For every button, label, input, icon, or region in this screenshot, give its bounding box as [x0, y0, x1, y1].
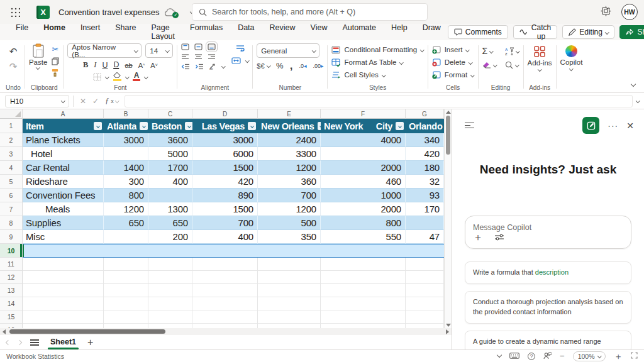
italic-button[interactable]: I: [94, 60, 96, 70]
column-header-g[interactable]: G: [406, 109, 444, 119]
formula-bar-expand-icon[interactable]: [636, 99, 640, 102]
empty-cell[interactable]: [258, 297, 321, 310]
table-header-cell[interactable]: Orlando: [406, 119, 444, 133]
app-launcher-icon[interactable]: [10, 7, 20, 17]
align-left-button[interactable]: [181, 53, 189, 60]
undo-button[interactable]: ↶: [9, 46, 18, 57]
value-cell[interactable]: 700: [192, 216, 258, 230]
row-header-4[interactable]: 4: [0, 161, 23, 175]
value-cell[interactable]: 2000: [321, 161, 406, 175]
value-cell[interactable]: 890: [192, 189, 258, 202]
row-header-14[interactable]: 14: [0, 297, 23, 310]
search-bar[interactable]: Search for tools, help, and more (Alt + …: [192, 3, 428, 21]
formula-input[interactable]: [125, 95, 632, 107]
value-cell[interactable]: 800: [104, 189, 148, 202]
empty-cell[interactable]: [148, 258, 192, 271]
find-button[interactable]: [505, 61, 519, 69]
row-header-15[interactable]: 15: [0, 310, 23, 324]
value-cell[interactable]: 1700: [148, 161, 192, 175]
empty-cell[interactable]: [258, 258, 321, 271]
font-size-select[interactable]: 14: [145, 43, 173, 58]
suggestion-card[interactable]: A guide to create a dynamic named range: [465, 331, 631, 349]
empty-cell[interactable]: [258, 271, 321, 284]
copilot-button[interactable]: Copilot: [560, 43, 583, 70]
cancel-entry-icon[interactable]: ✕: [80, 97, 86, 106]
font-color-dropdown-icon[interactable]: [144, 75, 148, 79]
empty-cell[interactable]: [23, 324, 104, 328]
value-cell[interactable]: 800: [321, 216, 406, 230]
value-cell[interactable]: 47: [406, 230, 444, 244]
empty-cell[interactable]: [104, 284, 148, 297]
value-cell[interactable]: 1400: [104, 161, 148, 175]
empty-cell[interactable]: [321, 271, 406, 284]
empty-cell[interactable]: [23, 297, 104, 310]
panel-close-icon[interactable]: ✕: [626, 121, 634, 131]
value-cell[interactable]: 550: [321, 230, 406, 244]
borders-dropdown-icon[interactable]: [105, 75, 109, 79]
filter-dropdown-icon[interactable]: [94, 122, 102, 130]
percent-format-button[interactable]: %: [276, 61, 284, 70]
align-center-button[interactable]: [194, 53, 203, 60]
vertical-scroll-thumb[interactable]: [446, 116, 450, 155]
empty-cell[interactable]: [23, 310, 104, 324]
account-avatar[interactable]: HW: [621, 4, 638, 20]
empty-cell[interactable]: [104, 244, 148, 258]
value-cell[interactable]: 5000: [148, 147, 192, 161]
empty-cell[interactable]: [406, 324, 444, 328]
addins-button[interactable]: Add-ins: [528, 43, 552, 71]
empty-cell[interactable]: [23, 244, 104, 258]
new-chat-button[interactable]: [582, 117, 599, 134]
table-header-cell[interactable]: Item: [23, 119, 104, 133]
table-header-cell[interactable]: Las Vegas: [192, 119, 258, 133]
row-header-8[interactable]: 8: [0, 216, 23, 230]
vertical-scrollbar[interactable]: [444, 109, 452, 328]
empty-cell[interactable]: [258, 244, 321, 258]
format-cells-button[interactable]: Format: [432, 69, 474, 81]
value-cell[interactable]: 1300: [148, 202, 192, 216]
value-cell[interactable]: 420: [406, 147, 444, 161]
value-cell[interactable]: 1500: [192, 161, 258, 175]
column-header-f[interactable]: F: [321, 109, 406, 119]
empty-cell[interactable]: [406, 310, 444, 324]
value-cell[interactable]: 300: [104, 175, 148, 189]
bottom-align-button[interactable]: [208, 43, 216, 50]
empty-cell[interactable]: [148, 244, 192, 258]
fullscreen-icon[interactable]: [631, 352, 638, 360]
horizontal-scrollbar[interactable]: [0, 328, 452, 335]
value-cell[interactable]: 3600: [148, 133, 192, 147]
item-cell[interactable]: Meals: [23, 202, 104, 216]
horizontal-scroll-thumb[interactable]: [9, 329, 165, 334]
value-cell[interactable]: 460: [321, 175, 406, 189]
value-cell[interactable]: 1500: [192, 202, 258, 216]
currency-dropdown-icon[interactable]: [267, 63, 270, 67]
zoom-level-select[interactable]: 100%: [573, 351, 606, 361]
decrease-font-button[interactable]: A˅: [150, 62, 157, 69]
value-cell[interactable]: 1200: [258, 161, 321, 175]
filter-dropdown-icon[interactable]: [396, 122, 404, 130]
comments-button[interactable]: Comments: [448, 25, 508, 39]
value-cell[interactable]: 1000: [321, 189, 406, 202]
suggestion-card[interactable]: Write a formula that description: [465, 261, 631, 284]
empty-cell[interactable]: [321, 258, 406, 271]
empty-cell[interactable]: [192, 258, 258, 271]
font-name-select[interactable]: Aptos Narrow (B...: [67, 43, 142, 58]
empty-cell[interactable]: [23, 258, 104, 271]
value-cell[interactable]: 3300: [258, 147, 321, 161]
value-cell[interactable]: 4000: [321, 133, 406, 147]
value-cell[interactable]: [148, 189, 192, 202]
table-header-cell[interactable]: New Orleans: [258, 119, 321, 133]
empty-cell[interactable]: [104, 324, 148, 328]
row-header-11[interactable]: 11: [0, 258, 23, 271]
value-cell[interactable]: 170: [406, 202, 444, 216]
value-cell[interactable]: 1200: [104, 202, 148, 216]
empty-cell[interactable]: [258, 324, 321, 328]
chat-history-icon[interactable]: [465, 123, 474, 128]
value-cell[interactable]: 350: [258, 230, 321, 244]
prev-sheet-icon[interactable]: [6, 339, 11, 344]
row-header-3[interactable]: 3: [0, 147, 23, 161]
paste-button[interactable]: Paste: [29, 43, 47, 77]
empty-cell[interactable]: [104, 310, 148, 324]
help-icon[interactable]: ?: [528, 353, 535, 360]
attach-plus-icon[interactable]: ＋: [473, 233, 483, 242]
empty-cell[interactable]: [192, 310, 258, 324]
